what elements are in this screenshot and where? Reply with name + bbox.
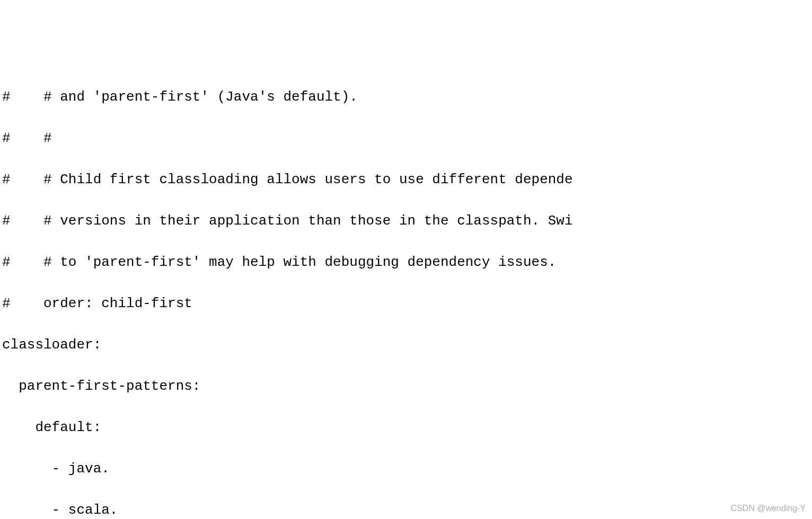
code-line: # # xyxy=(2,128,810,149)
code-line: classloader: xyxy=(2,335,810,355)
code-line: parent-first-patterns: xyxy=(2,376,810,397)
code-line: # order: child-first xyxy=(2,293,810,314)
code-line: # # and 'parent-first' (Java's default). xyxy=(2,87,810,108)
code-line: # # versions in their application than t… xyxy=(2,211,810,231)
code-line: default: xyxy=(2,417,810,438)
code-line: - scala. xyxy=(2,500,810,519)
code-line: # # Child first classloading allows user… xyxy=(2,169,810,190)
code-line: - java. xyxy=(2,459,810,479)
watermark: CSDN @wending-Y xyxy=(730,502,806,515)
code-line: # # to 'parent-first' may help with debu… xyxy=(2,252,810,273)
